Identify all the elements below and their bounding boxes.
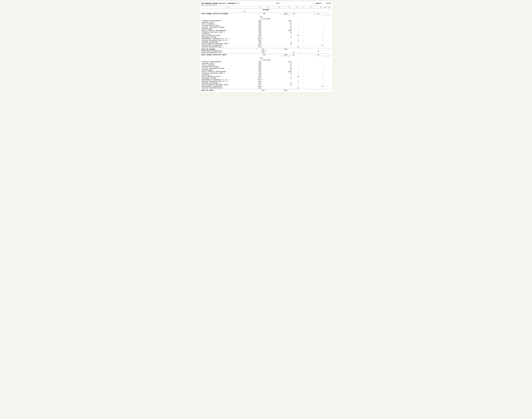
list-item: СТОИМОСТЬ МОНТАЖНЫХ РАБОТ + РУБ. 21 - - …	[201, 31, 331, 33]
total-direct-table: ИТОГО ПРЯМЫЕ ЗАТРАТЫ ПО РАЗДЕЛУ 1 РУБ. 1…	[201, 13, 331, 18]
list-item: СМЕТНАЯ ЗАРАБОТНАЯ ПЛАТА В Н.Р. + РУБ. -…	[201, 39, 331, 41]
list-item: СМЕТНАЯ ЗАРАБОТНАЯ ПЛАТА - ОУБ. - 22 - -	[201, 87, 331, 89]
total-smete-col9: -	[295, 54, 303, 56]
header: ПРОГРАММНЫЙ КОМПЛЕКС АВС-ЗЕС ( РЕДАКЦИЯ …	[201, 3, 331, 6]
total-direct-unit: РУБ.	[262, 13, 267, 15]
list-item: СТОИМОСТЬ ОБОРУДОВАНИЯ - РУБ. 1037 - - -	[201, 61, 331, 63]
total-direct-col4: 1	[256, 13, 262, 15]
list-item: ТРАНСПОРТНЫЕ РАСХОДЫ - РУБ. 77 - . -	[201, 25, 331, 26]
header-left: ПРОГРАММНЫЙ КОМПЛЕКС АВС-ЗЕС ( РЕДАКЦИЯ …	[201, 3, 240, 6]
list-item: ВСЕГО,СТОИМОСТЬ ОБОРУДОВАНИЯ - РУБ. 2022…	[201, 71, 331, 72]
col7: 7 :	[299, 7, 308, 8]
list-item: НАКЛАДНЫЕ РАСХОДЫ - РУБ. 15 - - -	[201, 77, 331, 79]
col-headers-table: 1 : 2 : 3 : 4 : 5 : 6 : 7 : 8 : 9 : 10 :…	[201, 7, 331, 8]
list-item: ВСЕГО ЗАРАБОТНАЯ ПЛАТА- РУБ. - 19 - -	[201, 76, 331, 77]
norm-trudo-row: НОРМАТИВНАЯ ТРУДОЕМКОСТЬ - ЧЕЛ.-Ч - - - …	[201, 50, 331, 52]
total-direct-dashes: -------- ---------	[201, 15, 331, 16]
col10: 10 : 11	[324, 7, 331, 8]
col1: 1 :	[201, 7, 256, 8]
col9: 9 :	[315, 7, 324, 8]
list-item: НОРМАТИВНАЯ ТРУДОЕМКОСТЬ В Н.Р. + ЧЕЛ.-Ч…	[201, 79, 331, 81]
mount-table-2: СТОИМОСТЬ МОНТАЖНЫХ РАБОТ + РУБ. 21 - - …	[201, 72, 331, 89]
mount-table: СТОИМОСТЬ МОНТАЖНЫХ РАБОТ + РУБ. 21 - - …	[201, 31, 331, 48]
total-smete-dashes: -------- ---------	[201, 56, 331, 57]
section1-unit: ИТ • - • -	[201, 11, 331, 12]
list-item: НАКЛАДНЫЕ РАСХОДЫ - РУБ. 15 - - -	[201, 36, 331, 38]
itogo-smete-table: ИТОГО ПО СМЕТЕ ОУБ. 2061 - - -	[201, 90, 331, 91]
total-smete-table: ИТОГО ПРЯМЫЕ ЗАТРАТЫ ПО СМЕТЕ РУБ. 1058 …	[201, 54, 331, 59]
col-number-row: 1 : 2 : 3 : 4 : 5 : 6 : 7 : 8 : 9 : 10 :…	[201, 7, 331, 8]
smet-zarp-row: СМЕТНАЯ ЗАРАБОТНАЯ ПЛАТА - РУБ. - 22 - -	[201, 52, 331, 53]
itogo-smete-row: ИТОГО ПО СМЕТЕ ОУБ. 2061 - - -	[201, 90, 331, 91]
equipment-table-2: СТОИМОСТЬ ОБОРУДОВАНИЯ - РУБ. 1037 - - -…	[201, 61, 331, 72]
list-item: СМЕТНАЯ ЗАРАБОТНАЯ ПЛАТА - РУБ. - 22 - -	[201, 46, 331, 48]
list-item: КОМПЛЕКТАЦИЯ - РУБ. 10 - - -	[201, 28, 331, 30]
total-smete-col11: 34	[311, 54, 319, 56]
col3: 3	[264, 7, 272, 8]
list-item: СТОИМОСТЬ МОНТАЖНЫХ РАБОТ + РУБ. 21 - - …	[201, 72, 331, 74]
total-smete-row: ИТОГО ПРЯМЫЕ ЗАТРАТЫ ПО СМЕТЕ РУБ. 1058 …	[201, 54, 331, 56]
page: ПРОГРАММНЫЙ КОМПЛЕКС АВС-ЗЕС ( РЕДАКЦИЯ …	[199, 1, 333, 93]
divider-bottom	[201, 89, 331, 89]
list-item: ЗАГОТОВ.-СКЛАДСКИЕ РАСХОДЫ - РУБ. 24 - .…	[201, 26, 331, 28]
equipment-table: СТОИМОСТЬ ОБОРУДОВАНИЯ - РУБ. 1037 - - -…	[201, 20, 331, 31]
divider-unit	[201, 13, 331, 13]
header-right1: 24866-М	[315, 3, 321, 4]
list-item: ВСЕГО,СТОИМОСТЬ МОНТАЖНЫХ РАБОТ - РУБ. 3…	[201, 84, 331, 86]
itogo-smete-label: ИТОГО ПО СМЕТЕ	[201, 90, 256, 91]
list-item: СТОИМОСТЬ ОБОРУДОВАНИЯ - РУБ. 1037 - - -	[201, 20, 331, 22]
list-item: НОРМАТИВНАЯ ТРУДОЕМКОСТЬ В Н.Р. + ЧЕЛ.-Ч…	[201, 38, 331, 39]
list-item: ВСЕГО,СТОИМОСТЬ ОБОРУДОВАНИЯ - РУБ. 2022…	[201, 30, 331, 31]
list-item: ЗАПАСНЫЕ ЧАСТИ - РУБ. 37 - - -	[201, 63, 331, 64]
list-item: СМЕТНАЯ ЗАРАБОТНАЯ ПЛАТА В Н.Р. - РУБ. -…	[201, 81, 331, 82]
col5: 5 :	[283, 7, 292, 8]
divider-cols	[201, 8, 331, 9]
total-direct-unit2-row: РУБ.	[201, 16, 331, 18]
list-item: НОРМАТИВНАЯ ТРУДОЕМКОСТЬ - ЧЕЛ.-Ч - - - …	[201, 44, 331, 46]
col6: 6 :	[292, 7, 299, 8]
itogo-razdel-table: ИТОГО ПО РАЗДЕЛУ 1 РУБ. 2061 - - - НОРМА…	[201, 49, 331, 53]
itogo-razdel-row: ИТОГО ПО РАЗДЕЛУ 1 РУБ. 2061 - - -	[201, 49, 331, 50]
itogo-razdel-label: ИТОГО ПО РАЗДЕЛУ	[201, 49, 256, 50]
list-item: ПЛАНОВЫЕ НАКОПЛЕНИЯ + РУБ. 3 - - -	[201, 82, 331, 84]
list-item: ТАРА И УПАКОВКА - РУБ. 37 - - -	[201, 23, 331, 25]
list-item: ЗАПАСНЫЕ ЧАСТИ - РУБ. 37 - - -	[201, 22, 331, 23]
list-item: ПЛАНОВЫЕ НАКОПЛЕНИЯ + РУБ. 3 - - -	[201, 41, 331, 43]
list-item: ТАРА И УПАКОВКА - РУБ. 37 - - -	[201, 64, 331, 66]
total-direct-unit2: РУБ.	[256, 16, 267, 18]
list-item: ВСЕГО ЗАРАБОТНАЯ ПЛАТА- РУБ. - 19 - -	[201, 35, 331, 36]
header-left-line1: ПРОГРАММНЫЙ КОМПЛЕКС АВС-ЗЕС ( РЕДАКЦИЯ …	[201, 3, 240, 4]
total-direct-col8: 19	[287, 13, 295, 15]
total-direct-col9: -	[295, 13, 303, 15]
col8: 8 :	[308, 7, 315, 8]
total-smete-unit: РУБ.	[262, 54, 267, 56]
list-item: МАТЕРИАЛЫ + РУБ. 2 - - -	[201, 33, 331, 35]
total-direct-col11: 34	[311, 13, 319, 15]
header-right2: 381398	[326, 3, 331, 4]
list-item: ВСЕГО,СТОИМОСТЬ МОНТАЖНЫХ РАБОТ + РУБ. 3…	[201, 43, 331, 44]
col3b: :	[272, 7, 277, 8]
list-item: ЗАГОТОВ.-СКЛАДСКИЕ РАСХОДЫ - РУБ. 24 - -…	[201, 67, 331, 69]
list-item: КОМПЛЕКТАЦИЯ + РУБ. 10 - - -	[201, 69, 331, 71]
divider-top	[201, 6, 331, 6]
header-left-line2: 294-3-56.90 ап 9,3	[201, 4, 240, 6]
total-direct-row: ИТОГО ПРЯМЫЕ ЗАТРАТЫ ПО РАЗДЕЛУ 1 РУБ. 1…	[201, 13, 331, 15]
list-item: МАТЕРИАЛЫ + РУБ. 2 - - -	[201, 74, 331, 76]
list-item: НОРМАТИВНАЯ ТРУДОЕМКОСТЬ - ЧЕЛ.-Ч - - - …	[201, 86, 331, 87]
header-right: 24866-М 381398	[315, 3, 331, 6]
total-smete-unit2-row: РУБ.	[201, 57, 331, 59]
total-direct-label: ИТОГО ПРЯМЫЕ ЗАТРАТЫ ПО РАЗДЕЛУ	[201, 13, 256, 15]
col2: 2 :	[256, 7, 264, 8]
total-smete-label: ИТОГО ПРЯМЫЕ ЗАТРАТЫ ПО СМЕТЕ	[201, 54, 256, 56]
total-smete-col8: 19	[287, 54, 295, 56]
section1-title: ЯРУСИНА	[201, 9, 331, 11]
total-smete-col7: 1058	[279, 54, 287, 56]
header-center: - 273 -	[275, 3, 281, 6]
in-that-label2: В ТОМ ЧИСЛЕ:	[201, 59, 331, 61]
total-direct-col7: 1058	[279, 13, 287, 15]
list-item: ТРАНСПОРТНЫЕ РАСХОДЫ - РУБ. 77 - - -	[201, 66, 331, 67]
col4: 4 :	[277, 7, 283, 8]
in-that-label: В ТОМ ЧИСЛЕ:	[201, 18, 331, 20]
